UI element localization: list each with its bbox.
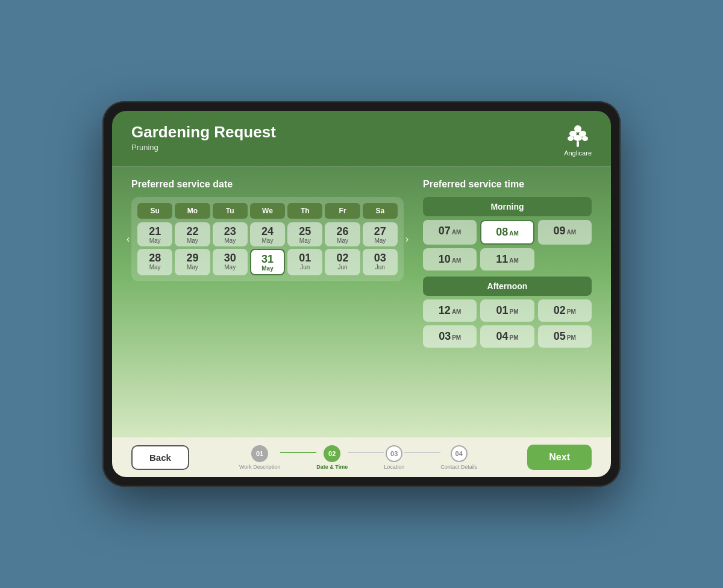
time-slot-10am[interactable]: 10 AM: [423, 248, 477, 271]
sections-row: Preferred service date ‹ › Su Mo Tu We T…: [131, 179, 592, 428]
afternoon-header: Afternoon: [423, 277, 592, 296]
day-tu: Tu: [213, 203, 248, 219]
time-section: Preferred service time Morning 07 AM 08 …: [423, 179, 592, 428]
calendar-day-28[interactable]: 28May: [137, 249, 172, 275]
progress-circle-1: 01: [251, 445, 268, 462]
next-button[interactable]: Next: [527, 445, 592, 470]
calendar-day-26[interactable]: 26May: [325, 222, 360, 246]
calendar-day-25[interactable]: 25May: [287, 222, 322, 246]
progress-bar: 01 Work Description 02 Date & Time 03 Lo…: [201, 445, 515, 470]
progress-circle-2: 02: [324, 445, 340, 462]
calendar-day-22[interactable]: 22May: [175, 222, 210, 246]
time-slot-04pm[interactable]: 04 PM: [480, 325, 534, 348]
calendar-section: Preferred service date ‹ › Su Mo Tu We T…: [131, 179, 404, 428]
morning-slots: 07 AM 08 AM 09 AM: [423, 220, 592, 271]
progress-step-1: 01 Work Description: [239, 445, 280, 470]
logo-label: Anglicare: [564, 149, 592, 157]
progress-step-3: 03 Location: [384, 445, 404, 470]
time-slot-09am[interactable]: 09 AM: [538, 220, 592, 245]
calendar-day-31[interactable]: 31May: [250, 249, 285, 275]
calendar-grid: 21May 22May 23May 24May 25May 26May 27Ma…: [137, 222, 398, 275]
day-th: Th: [287, 203, 322, 219]
progress-circle-3: 03: [386, 445, 402, 462]
progress-label-2: Date & Time: [316, 464, 348, 470]
back-button[interactable]: Back: [131, 445, 189, 470]
main-content: Preferred service date ‹ › Su Mo Tu We T…: [112, 167, 611, 437]
logo-icon: [565, 123, 591, 149]
header-text: Gardening Request Pruning: [131, 123, 276, 152]
calendar-day-02-jun[interactable]: 02Jun: [325, 249, 360, 275]
calendar-next-button[interactable]: ›: [402, 231, 412, 247]
page-subtitle: Pruning: [131, 143, 276, 152]
calendar-day-24[interactable]: 24May: [250, 222, 285, 246]
calendar-prev-button[interactable]: ‹: [123, 231, 133, 247]
day-we: We: [250, 203, 285, 219]
progress-step-4: 04 Contact Details: [440, 445, 477, 470]
svg-point-4: [574, 135, 582, 141]
day-headers: Su Mo Tu We Th Fr Sa: [137, 203, 398, 219]
logo-area: Anglicare: [564, 123, 592, 157]
svg-point-3: [568, 136, 574, 141]
progress-line-3: [404, 452, 440, 453]
app-header: Gardening Request Pruning Anglicare: [112, 111, 611, 167]
afternoon-group: Afternoon 12 AM 01 PM 02: [423, 277, 592, 348]
time-slot-01pm[interactable]: 01 PM: [480, 299, 534, 322]
time-slot-03pm[interactable]: 03 PM: [423, 325, 477, 348]
day-mo: Mo: [175, 203, 210, 219]
progress-label-1: Work Description: [239, 464, 280, 470]
calendar-day-27[interactable]: 27May: [363, 222, 398, 246]
day-su: Su: [137, 203, 172, 219]
calendar-day-30[interactable]: 30May: [213, 249, 248, 275]
time-slot-11am[interactable]: 11 AM: [480, 248, 534, 271]
calendar-day-23[interactable]: 23May: [213, 222, 248, 246]
day-fr: Fr: [325, 203, 360, 219]
calendar-container: ‹ › Su Mo Tu We Th Fr Sa: [131, 197, 404, 281]
tablet-frame: Gardening Request Pruning Anglicare: [102, 101, 621, 487]
time-slot-02pm[interactable]: 02 PM: [538, 299, 592, 322]
calendar-day-03-jun[interactable]: 03Jun: [363, 249, 398, 275]
svg-rect-6: [577, 141, 579, 147]
calendar-day-01-jun[interactable]: 01Jun: [287, 249, 322, 275]
calendar-section-title: Preferred service date: [131, 179, 404, 190]
progress-circle-4: 04: [451, 445, 468, 462]
svg-point-5: [582, 136, 588, 141]
progress-line-2: [348, 452, 384, 453]
tablet-screen: Gardening Request Pruning Anglicare: [112, 111, 611, 477]
progress-label-4: Contact Details: [440, 464, 477, 470]
time-slot-12am[interactable]: 12 AM: [423, 299, 477, 322]
day-sa: Sa: [363, 203, 398, 219]
time-slot-07am[interactable]: 07 AM: [423, 220, 477, 245]
morning-group: Morning 07 AM 08 AM 09: [423, 197, 592, 271]
progress-line-1: [280, 452, 316, 453]
calendar-day-29[interactable]: 29May: [175, 249, 210, 275]
time-slot-05pm[interactable]: 05 PM: [538, 325, 592, 348]
footer: Back 01 Work Description 02 Date & Time …: [112, 437, 611, 477]
time-slot-08am[interactable]: 08 AM: [480, 220, 534, 245]
progress-label-3: Location: [384, 464, 404, 470]
calendar-day-21[interactable]: 21May: [137, 222, 172, 246]
page-title: Gardening Request: [131, 123, 276, 142]
progress-step-2: 02 Date & Time: [316, 445, 348, 470]
time-section-title: Preferred service time: [423, 179, 592, 190]
morning-header: Morning: [423, 197, 592, 216]
afternoon-slots: 12 AM 01 PM 02 PM: [423, 299, 592, 348]
